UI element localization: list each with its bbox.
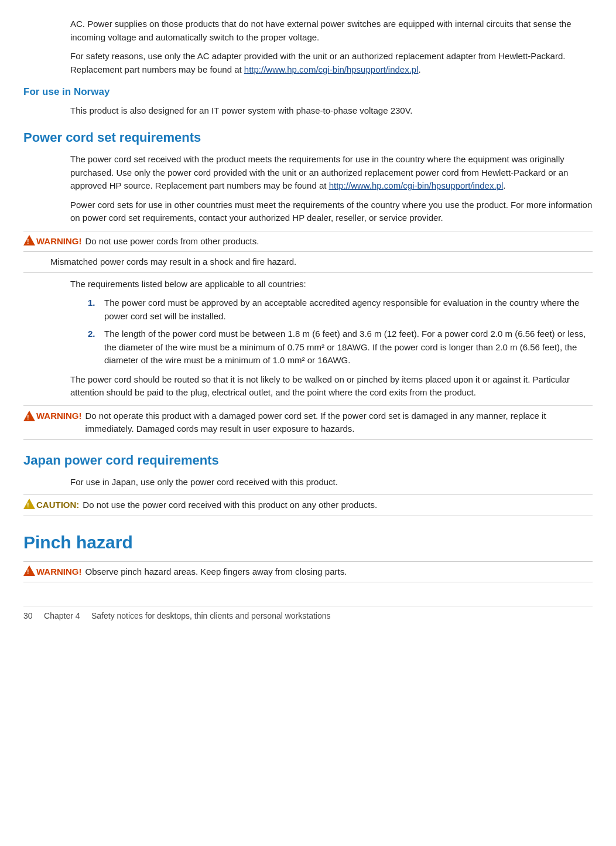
list-item-1: 1. The power cord must be approved by an… (88, 296, 593, 323)
pinch-warning-label: WARNING! (36, 565, 82, 579)
for-use-norway-body: This product is also designed for an IT … (70, 104, 593, 118)
warning-block-1: WARNING! Do not use power cords from oth… (23, 231, 593, 253)
warning-text-1: Do not use power cords from other produc… (85, 235, 593, 248)
power-cord-link[interactable]: http://www.hp.com/cgi-bin/hpsupport/inde… (329, 180, 504, 190)
pinch-warning-text: Observe pinch hazard areas. Keep fingers… (85, 565, 593, 579)
intro-para2-end: . (419, 64, 421, 74)
power-cord-para3: The power cord should be routed so that … (70, 373, 593, 400)
power-cord-para2: Power cord sets for use in other countri… (70, 199, 593, 225)
pinch-heading: Pinch hazard (23, 529, 593, 555)
power-cord-para1-end: . (503, 180, 505, 190)
warning-block-2: WARNING! Do not operate this product wit… (23, 405, 593, 440)
japan-heading: Japan power cord requirements (23, 451, 593, 470)
footer-description: Safety notices for desktops, thin client… (91, 611, 331, 620)
chapter-label: Chapter 4 (44, 611, 80, 620)
req-intro: The requirements listed below are applic… (70, 278, 593, 291)
list-text-1: The power cord must be approved by an ac… (104, 296, 593, 323)
for-use-norway-heading: For use in Norway (23, 84, 593, 100)
power-cord-para1: The power cord set received with the pro… (70, 153, 593, 193)
power-cord-heading: Power cord set requirements (23, 128, 593, 147)
page-number: 30 (23, 611, 33, 620)
warning-icon-2 (23, 411, 35, 421)
caution-block: CAUTION: Do not use the power cord recei… (23, 494, 593, 516)
pinch-warning-block: WARNING! Observe pinch hazard areas. Kee… (23, 561, 593, 583)
intro-link[interactable]: http://www.hp.com/cgi-bin/hpsupport/inde… (244, 64, 419, 74)
list-num-1: 1. (88, 296, 104, 323)
caution-icon (23, 499, 35, 509)
japan-body: For use in Japan, use only the power cor… (70, 476, 593, 489)
intro-para1: AC. Power supplies on those products tha… (70, 18, 593, 44)
list-item-2: 2. The length of the power cord must be … (88, 328, 593, 367)
caution-label: CAUTION: (36, 499, 79, 512)
warning-sub-text-1: Mismatched power cords may result in a s… (50, 255, 593, 269)
caution-text: Do not use the power cord received with … (83, 499, 593, 512)
intro-para2: For safety reasons, use only the AC adap… (70, 50, 593, 76)
list-num-2: 2. (88, 328, 104, 367)
list-text-2: The length of the power cord must be bet… (104, 328, 593, 367)
pinch-warning-icon (23, 565, 35, 576)
warning-text-2: Do not operate this product with a damag… (85, 410, 593, 436)
numbered-list: 1. The power cord must be approved by an… (88, 296, 593, 367)
page-footer: 30 Chapter 4 Safety notices for desktops… (23, 606, 593, 622)
warning-icon-1 (23, 235, 35, 245)
warning-sub-block-1: Mismatched power cords may result in a s… (23, 252, 593, 273)
warning-label-2: WARNING! (36, 410, 82, 423)
warning-label-1: WARNING! (36, 235, 82, 248)
